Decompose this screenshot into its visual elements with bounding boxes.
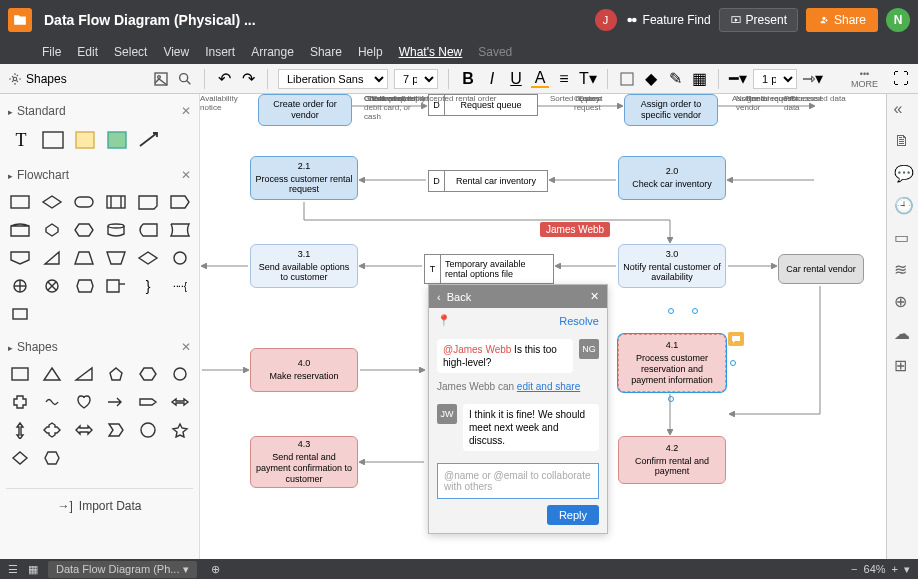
line-options-icon[interactable]: ⇾▾ <box>803 70 821 88</box>
shapes-panel-toggle[interactable]: Shapes <box>8 72 67 86</box>
data-icon[interactable]: ⊞ <box>894 356 912 374</box>
basic-shape[interactable] <box>38 446 66 470</box>
shape-style-icon[interactable]: ▦ <box>690 70 708 88</box>
close-icon[interactable]: ✕ <box>181 168 191 182</box>
flowchart-shape[interactable] <box>70 274 98 298</box>
page-tab[interactable]: Data Flow Diagram (Ph... ▾ <box>48 561 197 578</box>
zoom-level[interactable]: 64% <box>864 563 886 575</box>
user-avatar[interactable]: N <box>886 8 910 32</box>
fill-icon[interactable] <box>618 70 636 88</box>
menu-share[interactable]: Share <box>310 45 342 59</box>
basic-shape[interactable] <box>134 418 162 442</box>
flowchart-shape[interactable] <box>134 246 162 270</box>
close-icon[interactable]: ✕ <box>181 340 191 354</box>
layers-icon[interactable]: ≋ <box>894 260 912 278</box>
italic-icon[interactable]: I <box>483 70 501 88</box>
flowchart-shape[interactable] <box>38 274 66 298</box>
flowchart-shape[interactable] <box>102 246 130 270</box>
basic-shape[interactable] <box>166 418 194 442</box>
flowchart-shape[interactable] <box>6 274 34 298</box>
flowchart-shape[interactable] <box>6 218 34 242</box>
flowchart-shape[interactable] <box>38 190 66 214</box>
search-icon[interactable] <box>176 70 194 88</box>
present-icon[interactable]: ▭ <box>894 228 912 246</box>
back-button[interactable]: ‹ <box>437 291 441 303</box>
menu-arrange[interactable]: Arrange <box>251 45 294 59</box>
basic-shape[interactable] <box>102 390 130 414</box>
comment-input[interactable]: @name or @email to collaborate with othe… <box>437 463 599 499</box>
basic-shape[interactable] <box>38 362 66 386</box>
text-color-icon[interactable]: A <box>531 70 549 88</box>
clock-icon[interactable]: 🕘 <box>894 196 912 214</box>
globe-icon[interactable]: ⊕ <box>894 292 912 310</box>
flowchart-shape[interactable] <box>166 190 194 214</box>
flowchart-shape[interactable] <box>134 218 162 242</box>
panel-shapes-header[interactable]: ▸Shapes ✕ <box>6 336 193 358</box>
flowchart-shape[interactable] <box>6 246 34 270</box>
outline-icon[interactable]: ☰ <box>8 563 18 576</box>
flowchart-shape[interactable] <box>102 190 130 214</box>
basic-shape[interactable] <box>102 418 130 442</box>
import-data-button[interactable]: →]Import Data <box>6 488 193 515</box>
zoom-out-button[interactable]: − <box>851 563 857 575</box>
basic-shape[interactable] <box>102 362 130 386</box>
resolve-button[interactable]: Resolve <box>559 315 599 327</box>
flowchart-shape[interactable] <box>38 246 66 270</box>
collapse-icon[interactable]: « <box>894 100 912 118</box>
basic-shape[interactable] <box>38 418 66 442</box>
flowchart-shape[interactable] <box>102 218 130 242</box>
app-logo[interactable] <box>8 8 32 32</box>
underline-icon[interactable]: U <box>507 70 525 88</box>
line-style-icon[interactable]: ━▾ <box>729 70 747 88</box>
zoom-dropdown[interactable]: ▾ <box>904 563 910 576</box>
flowchart-shape[interactable] <box>70 218 98 242</box>
menu-view[interactable]: View <box>163 45 189 59</box>
present-button[interactable]: Present <box>719 8 798 32</box>
flowchart-shape[interactable] <box>6 190 34 214</box>
fullscreen-icon[interactable]: ⛶ <box>892 70 910 88</box>
collaborator-avatar[interactable]: J <box>595 9 617 31</box>
feature-find-button[interactable]: Feature Find <box>625 13 711 27</box>
redo-icon[interactable]: ↷ <box>239 70 257 88</box>
basic-shape[interactable] <box>6 362 34 386</box>
menu-select[interactable]: Select <box>114 45 147 59</box>
line-width-select[interactable]: 1 px <box>753 69 797 89</box>
note-shape[interactable] <box>70 126 100 154</box>
basic-shape[interactable] <box>70 418 98 442</box>
flowchart-shape[interactable] <box>102 274 130 298</box>
flowchart-shape[interactable]: ᠁{ <box>166 274 194 298</box>
basic-shape[interactable] <box>134 390 162 414</box>
basic-shape[interactable] <box>166 362 194 386</box>
basic-shape[interactable] <box>70 390 98 414</box>
basic-shape[interactable] <box>134 362 162 386</box>
flowchart-shape[interactable] <box>6 302 34 326</box>
grid-icon[interactable]: ▦ <box>28 563 38 576</box>
basic-shape[interactable] <box>70 362 98 386</box>
arrow-shape[interactable] <box>134 126 164 154</box>
block-shape[interactable] <box>102 126 132 154</box>
edit-share-link[interactable]: edit and share <box>517 381 580 392</box>
font-select[interactable]: Liberation Sans <box>278 69 388 89</box>
menu-file[interactable]: File <box>42 45 61 59</box>
flowchart-shape[interactable] <box>166 246 194 270</box>
flowchart-shape[interactable]: } <box>134 274 162 298</box>
text-shape[interactable]: T <box>6 126 36 154</box>
color-icon[interactable]: ◆ <box>642 70 660 88</box>
close-icon[interactable]: ✕ <box>181 104 191 118</box>
add-page-button[interactable]: ⊕ <box>211 563 220 576</box>
bold-icon[interactable]: B <box>459 70 477 88</box>
menu-insert[interactable]: Insert <box>205 45 235 59</box>
basic-shape[interactable] <box>6 390 34 414</box>
menu-help[interactable]: Help <box>358 45 383 59</box>
flowchart-shape[interactable] <box>166 218 194 242</box>
menu-edit[interactable]: Edit <box>77 45 98 59</box>
chat-icon[interactable]: ☁ <box>894 324 912 342</box>
panel-flowchart-header[interactable]: ▸Flowchart ✕ <box>6 164 193 186</box>
basic-shape[interactable] <box>6 418 34 442</box>
zoom-in-button[interactable]: + <box>892 563 898 575</box>
pencil-icon[interactable]: ✎ <box>666 70 684 88</box>
flowchart-shape[interactable] <box>134 190 162 214</box>
flowchart-shape[interactable] <box>70 246 98 270</box>
flowchart-shape[interactable] <box>38 218 66 242</box>
share-button[interactable]: Share <box>806 8 878 32</box>
